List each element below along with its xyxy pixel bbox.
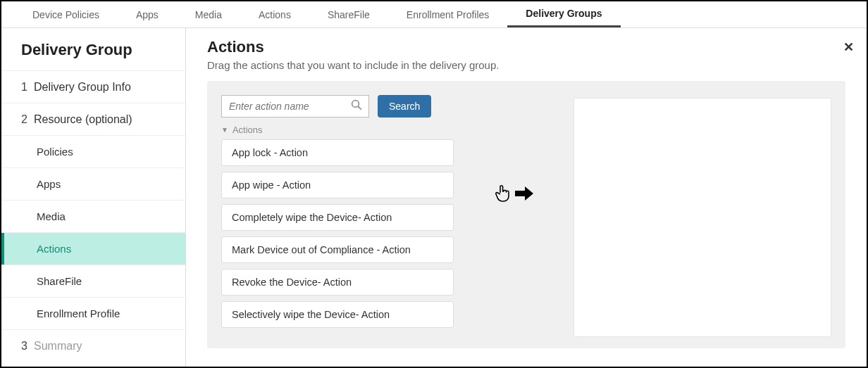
action-item-selective-wipe[interactable]: Selectively wipe the Device- Action xyxy=(221,301,454,328)
step-number: 1 xyxy=(21,81,34,94)
action-item-complete-wipe[interactable]: Completely wipe the Device- Action xyxy=(221,204,454,231)
action-item-out-of-compliance[interactable]: Mark Device out of Compliance - Action xyxy=(221,236,454,263)
drag-indicator xyxy=(475,95,552,292)
action-item-revoke[interactable]: Revoke the Device- Action xyxy=(221,269,454,296)
page-title: Actions xyxy=(207,38,845,56)
step-summary[interactable]: 3 Summary xyxy=(1,329,185,362)
substep-policies[interactable]: Policies xyxy=(1,135,185,167)
svg-point-0 xyxy=(352,101,359,108)
search-box[interactable] xyxy=(221,95,369,118)
substep-apps[interactable]: Apps xyxy=(1,167,185,200)
tab-apps[interactable]: Apps xyxy=(118,1,177,27)
search-button[interactable]: Search xyxy=(378,95,431,118)
substep-media[interactable]: Media xyxy=(1,200,185,232)
tab-actions[interactable]: Actions xyxy=(240,1,309,27)
step-delivery-group-info[interactable]: 1 Delivery Group Info xyxy=(1,70,185,103)
search-icon[interactable] xyxy=(350,99,363,114)
step-resource[interactable]: 2 Resource (optional) xyxy=(1,103,185,135)
sidebar-title: Delivery Group xyxy=(1,28,185,70)
substep-sharefile[interactable]: ShareFile xyxy=(1,265,185,297)
svg-line-1 xyxy=(358,106,361,110)
tab-media[interactable]: Media xyxy=(177,1,240,27)
actions-section-label: Actions xyxy=(232,125,263,135)
step-label: Resource (optional) xyxy=(34,113,132,126)
page-subtitle: Drag the actions that you want to includ… xyxy=(207,59,845,71)
tab-delivery-groups[interactable]: Delivery Groups xyxy=(507,1,620,27)
arrow-right-icon xyxy=(515,186,533,201)
step-label: Delivery Group Info xyxy=(34,81,131,94)
selected-actions-dropzone[interactable] xyxy=(574,98,831,337)
substep-actions[interactable]: Actions xyxy=(1,232,185,265)
step-label: Summary xyxy=(34,340,82,353)
search-input[interactable] xyxy=(228,100,350,113)
action-item-app-wipe[interactable]: App wipe - Action xyxy=(221,172,454,198)
tab-enrollment-profiles[interactable]: Enrollment Profiles xyxy=(388,1,508,27)
substep-enrollment-profile[interactable]: Enrollment Profile xyxy=(1,297,185,329)
tab-device-policies[interactable]: Device Policies xyxy=(14,1,118,27)
close-icon[interactable]: ✕ xyxy=(843,39,854,55)
actions-panel: Search ▼ Actions App lock - Action App w… xyxy=(207,81,845,348)
actions-section-toggle[interactable]: ▼ Actions xyxy=(221,125,454,135)
available-actions-column: Search ▼ Actions App lock - Action App w… xyxy=(221,95,454,334)
pointer-hand-icon xyxy=(494,184,511,203)
chevron-down-icon: ▼ xyxy=(221,126,228,134)
wizard-sidebar: Delivery Group 1 Delivery Group Info 2 R… xyxy=(1,28,186,367)
tab-sharefile[interactable]: ShareFile xyxy=(309,1,388,27)
content-area: ✕ Actions Drag the actions that you want… xyxy=(186,28,867,367)
top-tab-bar: Device Policies Apps Media Actions Share… xyxy=(1,1,867,28)
step-number: 2 xyxy=(21,113,34,126)
step-number: 3 xyxy=(21,340,34,353)
action-item-app-lock[interactable]: App lock - Action xyxy=(221,139,454,166)
